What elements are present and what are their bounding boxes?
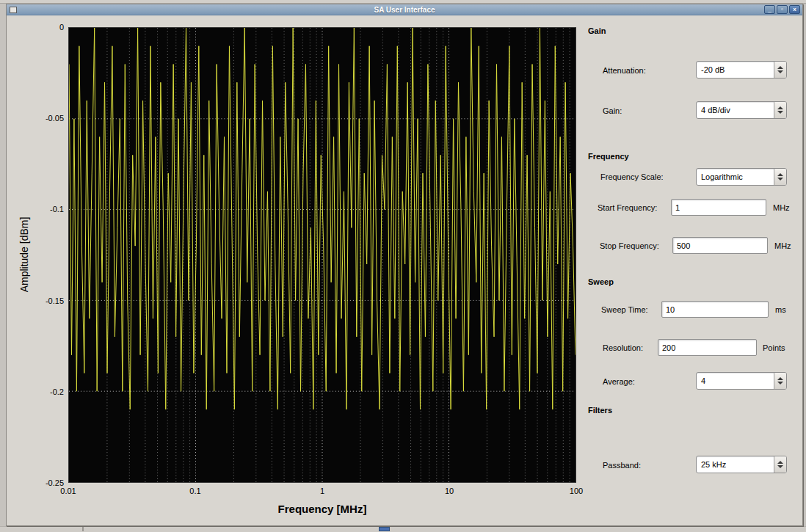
section-frequency: Frequency xyxy=(588,152,629,161)
sweep-time-input[interactable] xyxy=(661,301,769,318)
attenuation-value: -20 dB xyxy=(697,62,774,78)
passband-value: 25 kHz xyxy=(697,456,774,473)
gain-value: 4 dB/div xyxy=(697,102,774,118)
spectrum-trace xyxy=(69,28,576,482)
stepper-arrows-icon[interactable] xyxy=(774,456,786,473)
resolution-label: Resolution: xyxy=(603,343,643,352)
stepper-arrows-icon[interactable] xyxy=(774,373,786,389)
average-select[interactable]: 4 xyxy=(696,372,787,390)
x-tick-1: 0.1 xyxy=(179,487,211,495)
stop-frequency-label: Stop Frequency: xyxy=(600,241,659,250)
x-tick-0: 0.01 xyxy=(52,487,84,495)
section-filters: Filters xyxy=(588,406,612,415)
passband-label: Passband: xyxy=(603,461,641,470)
background-window-fragment xyxy=(379,527,390,531)
x-tick-4: 100 xyxy=(560,487,592,495)
y-tick-2: -0.1 xyxy=(32,205,64,214)
stepper-arrows-icon[interactable] xyxy=(774,102,786,118)
y-tick-3: -0.15 xyxy=(32,296,64,305)
attenuation-label: Attenuation: xyxy=(603,66,646,75)
section-sweep: Sweep xyxy=(588,277,614,286)
section-gain: Gain xyxy=(588,26,606,35)
close-button[interactable]: x xyxy=(789,5,800,14)
sweep-time-label: Sweep Time: xyxy=(601,305,648,314)
maximize-button[interactable]: ▫ xyxy=(777,5,788,14)
minimize-button[interactable]: _ xyxy=(764,5,775,14)
gain-label: Gain: xyxy=(603,106,622,115)
stop-frequency-unit: MHz xyxy=(774,241,791,250)
resolution-input[interactable] xyxy=(658,339,757,356)
sweep-time-unit: ms xyxy=(775,305,786,314)
background-window-bottom-strip xyxy=(0,526,806,532)
stop-frequency-input[interactable] xyxy=(672,237,768,254)
window-title: SA User Interface xyxy=(7,4,802,15)
spectrum-plot xyxy=(68,27,576,483)
start-frequency-unit: MHz xyxy=(773,203,790,212)
stepper-arrows-icon[interactable] xyxy=(774,169,786,185)
sa-user-interface-window: SA User Interface _ ▫ x 0 -0.05 -0.1 -0.… xyxy=(6,4,803,526)
background-window-divider xyxy=(82,527,84,531)
x-axis-title: Frequency [MHz] xyxy=(68,503,576,515)
frequency-scale-label: Frequency Scale: xyxy=(600,172,664,181)
stepper-arrows-icon[interactable] xyxy=(774,62,786,78)
frequency-scale-value: Logarithmic xyxy=(697,169,774,185)
gain-select[interactable]: 4 dB/div xyxy=(696,101,787,119)
start-frequency-input[interactable] xyxy=(671,199,766,216)
resolution-unit: Points xyxy=(763,343,785,352)
y-tick-0: 0 xyxy=(32,23,64,32)
y-axis-title: Amplitude [dBm] xyxy=(18,217,30,293)
average-label: Average: xyxy=(603,377,635,386)
title-bar[interactable]: SA User Interface _ ▫ x xyxy=(7,4,802,15)
start-frequency-label: Start Frequency: xyxy=(598,203,657,212)
frequency-scale-select[interactable]: Logarithmic xyxy=(696,168,787,186)
attenuation-select[interactable]: -20 dB xyxy=(696,61,787,79)
x-tick-2: 1 xyxy=(306,487,338,495)
y-tick-1: -0.05 xyxy=(32,114,64,123)
passband-select[interactable]: 25 kHz xyxy=(696,456,787,473)
x-tick-3: 10 xyxy=(433,487,465,495)
average-value: 4 xyxy=(697,373,774,389)
y-tick-4: -0.2 xyxy=(32,387,64,396)
